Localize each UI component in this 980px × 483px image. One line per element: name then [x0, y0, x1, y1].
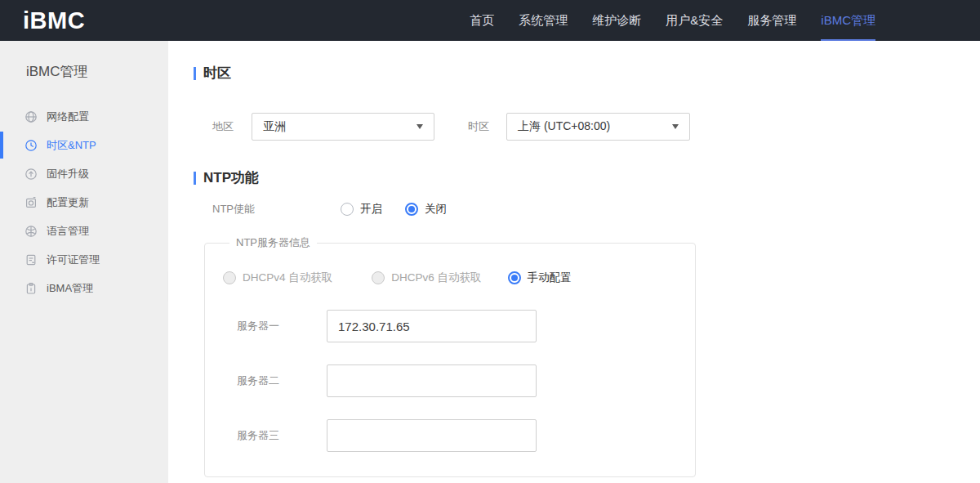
top-nav-menu: 首页 系统管理 维护诊断 用户&安全 服务管理 iBMC管理	[470, 0, 875, 41]
sidebar-item-label: 许可证管理	[47, 253, 100, 267]
timezone-label: 时区	[468, 119, 506, 134]
ntp-enable-label: NTP使能	[212, 202, 341, 217]
server-one-label: 服务器一	[237, 319, 327, 333]
server-two-input[interactable]	[327, 364, 537, 397]
nav-item-ibmc-management[interactable]: iBMC管理	[821, 0, 875, 41]
region-label: 地区	[212, 119, 252, 134]
ntp-enable-on-label: 开启	[360, 202, 382, 217]
timezone-select-value: 上海 (UTC+08:00)	[518, 119, 610, 134]
main-content: 时区 地区 亚洲 时区 上海 (UTC+08:00) NTP功能 NTP使能 开…	[168, 41, 980, 483]
dhcpv6-auto-label: DHCPv6 自动获取	[391, 271, 481, 285]
dhcpv4-auto-radio[interactable]: DHCPv4 自动获取	[223, 271, 332, 285]
timezone-section-title-text: 时区	[203, 64, 231, 83]
ibmc-logo: iBMC	[23, 7, 85, 34]
ntp-server-info-legend: NTP服务器信息	[229, 235, 317, 250]
region-select[interactable]: 亚洲	[252, 113, 434, 141]
ntp-mode-row: DHCPv4 自动获取 DHCPv6 自动获取 手动配置	[223, 270, 695, 286]
sidebar-item-timezone-ntp[interactable]: 时区&NTP	[0, 131, 168, 159]
sidebar-title: iBMC管理	[0, 41, 168, 81]
ntp-enable-off-radio[interactable]: 关闭	[405, 202, 447, 217]
timezone-select[interactable]: 上海 (UTC+08:00)	[506, 113, 690, 141]
sidebar-item-ibma-management[interactable]: iBMA管理	[0, 274, 168, 302]
sidebar-item-label: 语言管理	[47, 224, 89, 239]
sidebar-item-label: 固件升级	[47, 167, 89, 181]
sidebar-item-label: 配置更新	[47, 195, 89, 210]
sidebar-item-label: 网络配置	[47, 110, 89, 124]
ntp-section-title-text: NTP功能	[203, 168, 259, 187]
ntp-server-info-fieldset: NTP服务器信息 DHCPv4 自动获取 DHCPv6 自动获取 手动配置 服务…	[204, 235, 696, 477]
server-three-input[interactable]	[327, 419, 537, 452]
radio-disabled-icon	[372, 271, 385, 284]
nav-item-user-security[interactable]: 用户&安全	[666, 0, 723, 41]
server-three-row: 服务器三	[223, 419, 695, 452]
manual-config-radio[interactable]: 手动配置	[508, 271, 572, 285]
sidebar-item-language-management[interactable]: 语言管理	[0, 217, 168, 245]
title-accent-bar	[194, 67, 196, 80]
radio-unselected-icon	[341, 203, 354, 216]
globe-icon	[24, 110, 38, 123]
nav-item-maintenance-diagnostics[interactable]: 维护诊断	[592, 0, 641, 41]
nav-item-home[interactable]: 首页	[470, 0, 494, 41]
clipboard-icon	[24, 282, 38, 295]
dropdown-caret-icon	[416, 124, 423, 129]
region-select-value: 亚洲	[263, 119, 286, 134]
radio-selected-icon	[508, 271, 521, 284]
title-accent-bar	[194, 172, 196, 185]
sidebar-item-config-update[interactable]: 配置更新	[0, 188, 168, 217]
sidebar-item-network-config[interactable]: 网络配置	[0, 102, 168, 131]
radio-disabled-icon	[223, 271, 236, 284]
language-icon	[24, 225, 38, 238]
sidebar-item-license-management[interactable]: 许可证管理	[0, 245, 168, 274]
ntp-enable-on-radio[interactable]: 开启	[341, 202, 382, 217]
config-update-icon	[24, 196, 38, 209]
server-two-row: 服务器二	[223, 364, 695, 397]
nav-item-system-management[interactable]: 系统管理	[519, 0, 568, 41]
dropdown-caret-icon	[672, 124, 679, 129]
server-three-label: 服务器三	[237, 428, 327, 443]
ntp-enable-row: NTP使能 开启 关闭	[194, 201, 980, 217]
sidebar: iBMC管理 网络配置 时区&NTP 固件升级	[0, 41, 168, 483]
top-navbar: iBMC 首页 系统管理 维护诊断 用户&安全 服务管理 iBMC管理	[0, 0, 980, 41]
server-one-row: 服务器一	[223, 310, 695, 342]
ntp-section-title: NTP功能	[194, 168, 980, 187]
dhcpv6-auto-radio[interactable]: DHCPv6 自动获取	[372, 271, 481, 285]
nav-item-service-management[interactable]: 服务管理	[747, 0, 796, 41]
manual-config-label: 手动配置	[528, 271, 572, 285]
sidebar-item-label: 时区&NTP	[47, 138, 96, 153]
timezone-form-row: 地区 亚洲 时区 上海 (UTC+08:00)	[194, 113, 980, 141]
sidebar-item-firmware-upgrade[interactable]: 固件升级	[0, 159, 168, 188]
license-icon	[24, 253, 38, 266]
server-one-input[interactable]	[327, 310, 537, 342]
timezone-section-title: 时区	[194, 64, 980, 83]
server-two-label: 服务器二	[237, 373, 327, 388]
ntp-enable-off-label: 关闭	[425, 202, 447, 217]
clock-icon	[24, 139, 38, 152]
sidebar-item-label: iBMA管理	[47, 281, 93, 296]
sidebar-menu: 网络配置 时区&NTP 固件升级 配置更新	[0, 102, 168, 302]
upload-circle-icon	[24, 168, 38, 181]
dhcpv4-auto-label: DHCPv4 自动获取	[243, 271, 332, 285]
radio-selected-icon	[405, 203, 418, 216]
